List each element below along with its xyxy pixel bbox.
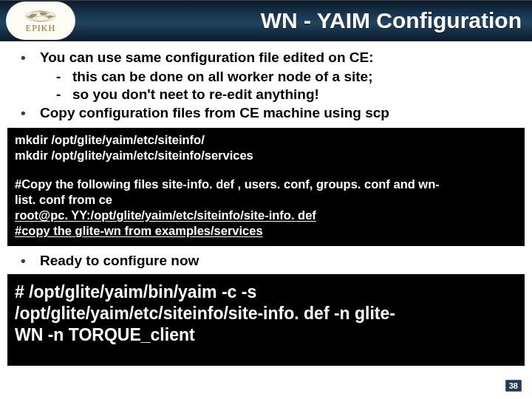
bullet-group-1: • You can use same configuration file ed…	[0, 46, 532, 125]
code-line: #Copy the following files site-info. def…	[15, 177, 517, 192]
bullet-item: • Ready to configure now	[21, 252, 519, 270]
page-title: WN - YAIM Configuration	[81, 8, 532, 33]
code-line: mkdir /opt/glite/yaim/etc/siteinfo/	[15, 132, 517, 148]
bullet-group-2: • Ready to configure now	[0, 248, 532, 273]
code-line: #copy the glite-wn from examples/service…	[15, 223, 517, 239]
dash-icon: -	[56, 86, 65, 104]
sub-bullet-item: - so you don't neet to re-edit anything!	[56, 86, 519, 104]
dash-icon: -	[56, 68, 65, 86]
globe-icon	[24, 8, 57, 23]
code-line: WN -n TORQUE_client	[15, 324, 517, 346]
code-blank-line	[15, 163, 517, 177]
code-line: list. conf from ce	[15, 192, 517, 208]
code-block-2: # /opt/glite/yaim/bin/yaim -c -s /opt/gl…	[7, 274, 525, 366]
code-line: mkdir /opt/glite/yaim/etc/siteinfo/servi…	[15, 148, 517, 163]
bullet-text: Ready to configure now	[40, 252, 519, 270]
sub-bullet-item: - this can be done on all worker node of…	[56, 68, 519, 86]
bullet-icon: •	[21, 104, 33, 123]
bullet-item: • Copy configuration files from CE machi…	[21, 104, 519, 123]
slide: EPIKH WN - YAIM Configuration • You can …	[0, 0, 532, 399]
bullet-text: Copy configuration files from CE machine…	[40, 104, 519, 123]
logo-brand-text: EPIKH	[26, 23, 55, 34]
bullet-icon: •	[21, 49, 33, 67]
bullet-item: • You can use same configuration file ed…	[21, 49, 519, 67]
logo: EPIKH	[6, 1, 75, 40]
slide-header: EPIKH WN - YAIM Configuration	[0, 0, 532, 41]
code-line: root@pc. YY:/opt/glite/yaim/etc/siteinfo…	[15, 208, 517, 223]
sub-bullet-text: this can be done on all worker node of a…	[72, 68, 372, 86]
page-number: 38	[505, 380, 522, 392]
code-line: /opt/glite/yaim/etc/siteinfo/site-info. …	[15, 303, 517, 324]
bullet-icon: •	[21, 252, 33, 270]
code-line: # /opt/glite/yaim/bin/yaim -c -s	[15, 282, 517, 303]
slide-body: • You can use same configuration file ed…	[0, 41, 532, 399]
bullet-text: You can use same configuration file edit…	[40, 49, 519, 67]
sub-bullet-text: so you don't neet to re-edit anything!	[72, 86, 319, 104]
scp-path: /opt/glite/yaim/etc/siteinfo/site-info. …	[91, 208, 316, 222]
scp-user-host: root@pc. YY:	[15, 208, 91, 222]
code-block-1: mkdir /opt/glite/yaim/etc/siteinfo/ mkdi…	[7, 128, 525, 247]
